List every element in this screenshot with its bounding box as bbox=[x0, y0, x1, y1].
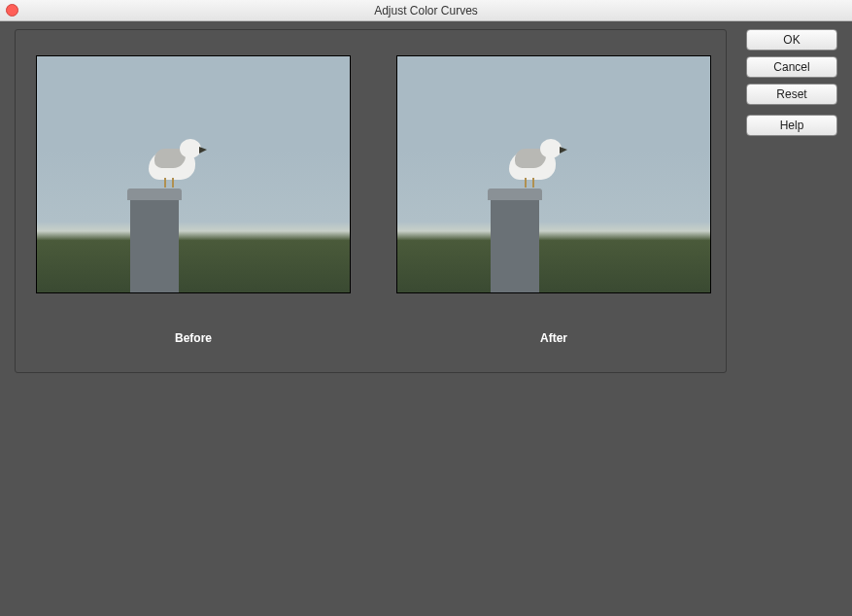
titlebar: Adjust Color Curves bbox=[0, 0, 852, 21]
close-icon[interactable] bbox=[6, 4, 18, 17]
window-title: Adjust Color Curves bbox=[0, 0, 852, 21]
preview-panel: Before After bbox=[15, 29, 727, 373]
illustration bbox=[488, 188, 542, 200]
preview-after-image bbox=[396, 55, 711, 293]
dialog-content: OK Cancel Reset Help Before After bbox=[0, 21, 852, 616]
button-column: OK Cancel Reset Help bbox=[746, 29, 837, 142]
dialog-window: Adjust Color Curves OK Cancel Reset Help bbox=[0, 0, 852, 616]
preview-before-label: Before bbox=[36, 331, 351, 345]
illustration bbox=[139, 131, 207, 189]
ok-button[interactable]: OK bbox=[746, 29, 837, 51]
illustration bbox=[127, 188, 182, 200]
cancel-button[interactable]: Cancel bbox=[746, 56, 837, 78]
preview-before-image bbox=[36, 55, 351, 293]
preview-after-label: After bbox=[396, 331, 711, 345]
illustration bbox=[499, 131, 567, 189]
help-button[interactable]: Help bbox=[746, 115, 837, 136]
illustration bbox=[491, 200, 539, 292]
reset-button[interactable]: Reset bbox=[746, 84, 837, 105]
illustration bbox=[130, 200, 179, 292]
